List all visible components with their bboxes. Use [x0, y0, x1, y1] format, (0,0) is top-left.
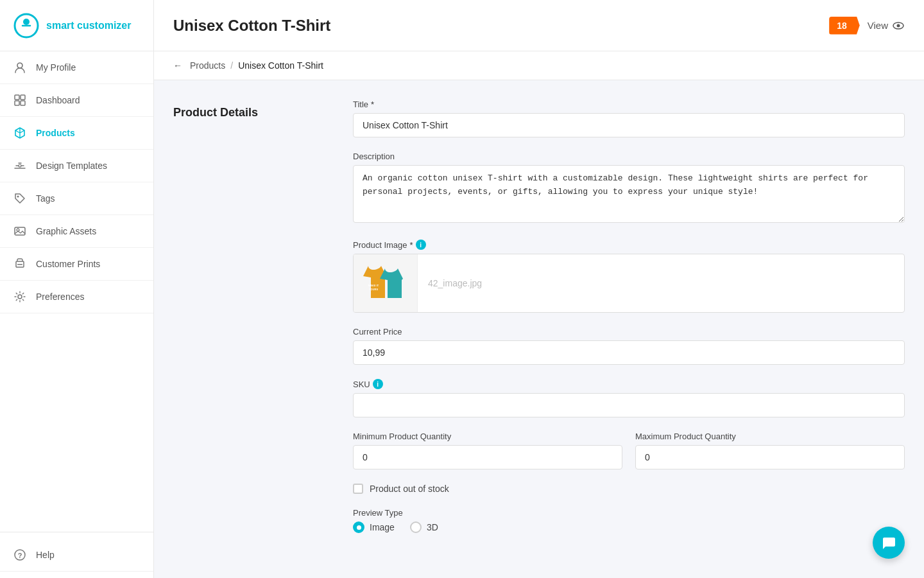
svg-point-11 [19, 164, 21, 167]
sidebar-item-help[interactable]: ? Help [0, 539, 153, 572]
chat-icon [881, 535, 896, 550]
title-input[interactable] [353, 113, 905, 137]
svg-point-3 [17, 63, 22, 68]
sidebar-label-design-templates: Design Templates [36, 161, 107, 171]
svg-rect-5 [21, 95, 25, 100]
current-price-input[interactable] [353, 340, 905, 365]
section-title: Product Details [173, 106, 327, 119]
sidebar-bottom: ? Help [0, 532, 153, 578]
radio-option-image[interactable]: Image [353, 521, 395, 533]
product-image-filename: 42_image.jpg [418, 272, 904, 295]
prints-icon [13, 257, 27, 271]
out-of-stock-label[interactable]: Product out of stock [370, 484, 449, 494]
svg-text:YOURS: YOURS [368, 288, 378, 291]
radio-3d-label: 3D [427, 522, 438, 532]
svg-rect-6 [15, 101, 19, 105]
user-icon [13, 60, 27, 74]
preview-type-label: Preview Type [353, 508, 905, 518]
sidebar-label-my-profile: My Profile [36, 62, 76, 73]
sku-label: SKU i [353, 379, 905, 389]
main-area: Unisex Cotton T-Shirt 18 View ← Products… [154, 0, 924, 578]
product-image-info-icon[interactable]: i [416, 240, 426, 250]
title-label: Title * [353, 100, 905, 109]
product-image-required: * [410, 240, 413, 250]
form-left-panel: Product Details [173, 100, 353, 547]
view-button[interactable]: View [868, 19, 905, 32]
sidebar-item-design-templates[interactable]: Design Templates [0, 150, 153, 182]
svg-rect-16 [17, 264, 22, 265]
sidebar-label-help: Help [36, 550, 55, 560]
description-field-group: Description An organic cotton unisex T-s… [353, 152, 905, 225]
breadcrumb-separator: / [230, 60, 233, 71]
sidebar-item-preferences[interactable]: Preferences [0, 281, 153, 313]
current-price-label: Current Price [353, 327, 905, 337]
chat-fab[interactable] [873, 527, 905, 559]
form-right-panel: Title * Description An organic cotton un… [353, 100, 905, 547]
radio-image-label: Image [370, 522, 395, 532]
eye-icon [892, 19, 905, 32]
sidebar-item-customer-prints[interactable]: Customer Prints [0, 248, 153, 281]
min-quantity-label: Minimum Product Quantity [353, 432, 622, 441]
sidebar-item-dashboard[interactable]: Dashboard [0, 84, 153, 117]
view-label: View [868, 20, 888, 31]
sidebar-label-customer-prints: Customer Prints [36, 259, 100, 269]
out-of-stock-row: Product out of stock [353, 484, 905, 494]
sku-info-icon[interactable]: i [373, 379, 383, 389]
svg-text:?: ? [18, 552, 22, 559]
sidebar-label-products: Products [36, 128, 75, 138]
sku-input[interactable] [353, 393, 905, 417]
content-area: ← Products / Unisex Cotton T-Shirt Produ… [154, 51, 924, 578]
product-image-row[interactable]: MAKE IT YOURS 42_image.jpg [353, 254, 905, 313]
notification-badge[interactable]: 18 [829, 17, 860, 35]
tshirt-image: MAKE IT YOURS [361, 261, 411, 306]
title-required: * [371, 100, 374, 109]
description-label: Description [353, 152, 905, 161]
quantity-row: Minimum Product Quantity Maximum Product… [353, 432, 905, 469]
top-header: Unisex Cotton T-Shirt 18 View [154, 0, 924, 51]
page-title: Unisex Cotton T-Shirt [173, 17, 330, 35]
logo-text: smart customizer [46, 20, 132, 31]
design-icon [13, 159, 27, 173]
product-image-thumb: MAKE IT YOURS [354, 254, 418, 312]
svg-rect-7 [21, 101, 25, 105]
current-price-field-group: Current Price [353, 327, 905, 365]
radio-option-3d[interactable]: 3D [410, 521, 438, 533]
description-textarea[interactable]: An organic cotton unisex T-shirt with a … [353, 165, 905, 223]
products-icon [13, 126, 27, 140]
preferences-icon [13, 290, 27, 304]
radio-3d-circle[interactable] [410, 521, 422, 533]
sidebar-label-graphic-assets: Graphic Assets [36, 226, 96, 236]
min-quantity-input[interactable] [353, 445, 622, 469]
product-image-field-group: Product Image * i MAKE IT [353, 240, 905, 313]
graphic-icon [13, 224, 27, 238]
breadcrumb-products-link[interactable]: Products [190, 60, 225, 71]
svg-rect-13 [15, 227, 25, 235]
sidebar-label-preferences: Preferences [36, 292, 84, 302]
svg-text:MAKE IT: MAKE IT [368, 284, 379, 287]
dashboard-icon [13, 93, 27, 107]
max-quantity-input[interactable] [635, 445, 905, 469]
breadcrumb-back-arrow[interactable]: ← [173, 60, 182, 71]
title-field-group: Title * [353, 100, 905, 137]
breadcrumb: ← Products / Unisex Cotton T-Shirt [154, 51, 924, 80]
out-of-stock-checkbox[interactable] [353, 484, 363, 494]
sidebar: smart customizer My Profile [0, 0, 154, 578]
form-layout: Product Details Title * Description [154, 80, 924, 566]
svg-point-21 [897, 24, 900, 27]
sidebar-item-tags[interactable]: Tags [0, 182, 153, 215]
svg-point-12 [17, 196, 19, 198]
preview-type-radio-group: Image 3D [353, 521, 905, 533]
sidebar-label-tags: Tags [36, 193, 55, 204]
radio-image-circle[interactable] [353, 521, 364, 533]
svg-rect-4 [15, 95, 19, 100]
preview-type-group: Preview Type Image 3D [353, 508, 905, 533]
sidebar-nav: My Profile Dashboard Product [0, 51, 153, 532]
min-quantity-group: Minimum Product Quantity [353, 432, 622, 469]
product-image-label: Product Image * i [353, 240, 905, 250]
sidebar-item-graphic-assets[interactable]: Graphic Assets [0, 215, 153, 248]
sidebar-item-my-profile[interactable]: My Profile [0, 51, 153, 84]
sidebar-label-dashboard: Dashboard [36, 95, 80, 105]
svg-point-17 [18, 295, 22, 299]
sidebar-item-products[interactable]: Products [0, 117, 153, 150]
logo-icon [13, 12, 40, 39]
